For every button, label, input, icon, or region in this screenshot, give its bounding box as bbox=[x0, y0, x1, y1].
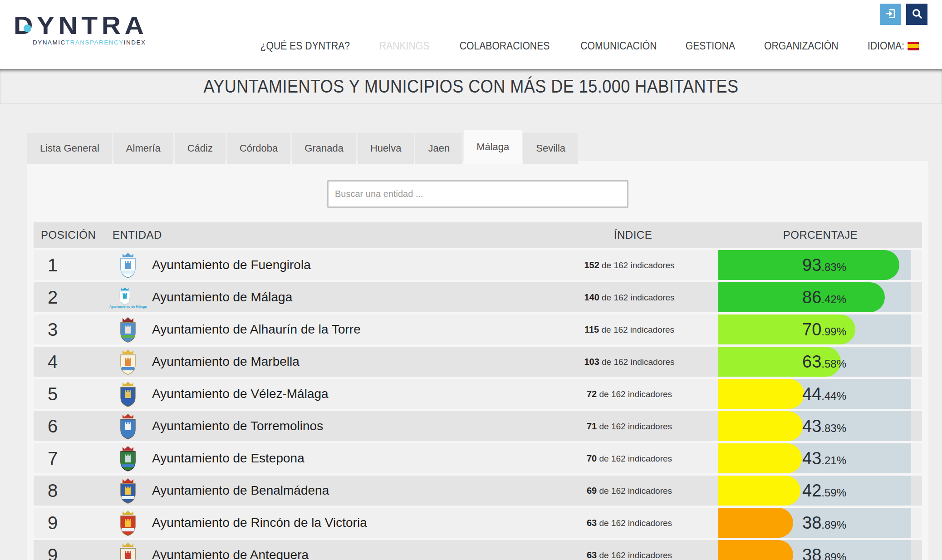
spain-flag-icon bbox=[908, 42, 919, 50]
indicators-count: 63 de 162 indicadores bbox=[552, 550, 718, 560]
logo-tagline: DYNAMICTRANSPARENCYINDEX bbox=[33, 39, 159, 46]
percentage-cell: 70.99% bbox=[718, 314, 922, 344]
nav-item-que-es-dyntra[interactable]: ¿QUÉ ES DYNTRA? bbox=[260, 40, 350, 52]
percentage-value: 43.21% bbox=[802, 443, 846, 473]
login-icon bbox=[885, 8, 897, 21]
table-row[interactable]: 6Ayuntamiento de Torremolinos71 de 162 i… bbox=[34, 411, 922, 441]
entity-coat-of-arms bbox=[118, 349, 138, 375]
percentage-value: 38.89% bbox=[802, 540, 846, 560]
search-icon bbox=[911, 8, 923, 21]
percentage-bar-track: 42.59% bbox=[718, 476, 911, 506]
percentage-bar-track: 63.58% bbox=[718, 347, 911, 377]
tab-malaga[interactable]: Málaga bbox=[464, 130, 522, 164]
coat-of-arms-icon bbox=[118, 287, 138, 305]
nav-item-comunicacion[interactable]: COMUNICACIÓN bbox=[580, 40, 657, 52]
table-row[interactable]: 1Ayuntamiento de Fuengirola152 de 162 in… bbox=[34, 250, 922, 280]
header-buttons bbox=[880, 4, 927, 25]
tab-cadiz[interactable]: Cádiz bbox=[175, 133, 226, 164]
entity-name-link[interactable]: Ayuntamiento de Rincón de la Victoria bbox=[152, 516, 552, 530]
coat-of-arms-icon bbox=[118, 477, 138, 504]
percentage-value: 44.44% bbox=[802, 379, 846, 409]
percentage-bar-fill bbox=[718, 411, 803, 441]
coat-of-arms-icon bbox=[118, 381, 138, 407]
percentage-bar-fill bbox=[718, 476, 800, 506]
nav-item-colaboraciones[interactable]: COLABORACIONES bbox=[459, 40, 550, 52]
percentage-bar-fill bbox=[718, 508, 793, 538]
indicators-count: 152 de 162 indicadores bbox=[552, 260, 718, 270]
entity-coat-of-arms bbox=[118, 316, 138, 343]
percentage-cell: 43.83% bbox=[718, 411, 922, 441]
tab-cordoba[interactable]: Córdoba bbox=[227, 133, 290, 164]
coat-of-arms-caption: Ayuntamiento de Málaga bbox=[108, 305, 147, 308]
percentage-value: 38.89% bbox=[802, 508, 846, 538]
ranking-table: POSICIÓN ENTIDAD ÍNDICE PORCENTAJE 1Ayun… bbox=[34, 222, 922, 560]
province-tabs: Lista GeneralAlmeríaCádizCórdobaGranadaH… bbox=[27, 130, 578, 164]
nav-item-rankings[interactable]: RANKINGS bbox=[379, 40, 430, 52]
search-button[interactable] bbox=[906, 4, 927, 25]
page-title: AYUNTAMIENTOS Y MUNICIPIOS CON MÁS DE 15… bbox=[203, 76, 738, 97]
table-row[interactable]: 4Ayuntamiento de Marbella103 de 162 indi… bbox=[34, 347, 922, 377]
position-value: 5 bbox=[34, 384, 72, 404]
dyntra-logo[interactable]: DYNTRA DYNAMICTRANSPARENCYINDEX bbox=[14, 13, 159, 46]
tab-jaen[interactable]: Jaen bbox=[415, 133, 462, 164]
percentage-bar-fill bbox=[718, 379, 804, 409]
entity-coat-of-arms bbox=[118, 381, 138, 407]
entity-coat-of-arms bbox=[118, 413, 138, 439]
entity-search-input[interactable] bbox=[327, 180, 628, 208]
entity-name-link[interactable]: Ayuntamiento de Marbella bbox=[152, 354, 552, 369]
table-row[interactable]: 2Ayuntamiento de MálagaAyuntamiento de M… bbox=[34, 282, 922, 312]
percentage-value: 43.83% bbox=[802, 411, 846, 441]
position-value: 8 bbox=[34, 481, 72, 501]
table-row[interactable]: 3Ayuntamiento de Alhaurín de la Torre115… bbox=[34, 314, 922, 344]
column-header-entidad: ENTIDAD bbox=[113, 222, 162, 248]
percentage-cell: 93.83% bbox=[718, 250, 922, 280]
entity-name-link[interactable]: Ayuntamiento de Antequera bbox=[152, 548, 552, 560]
nav-item-idioma[interactable]: IDIOMA: bbox=[868, 40, 919, 52]
table-row[interactable]: 5Ayuntamiento de Vélez-Málaga72 de 162 i… bbox=[34, 379, 922, 409]
percentage-cell: 38.89% bbox=[718, 540, 922, 560]
coat-of-arms-icon bbox=[118, 510, 138, 536]
login-button[interactable] bbox=[880, 4, 901, 25]
indicators-count: 72 de 162 indicadores bbox=[552, 389, 718, 399]
tab-almeria[interactable]: Almería bbox=[113, 133, 173, 164]
entity-name-link[interactable]: Ayuntamiento de Vélez-Málaga bbox=[152, 387, 552, 401]
percentage-cell: 43.21% bbox=[718, 443, 922, 473]
coat-of-arms-icon bbox=[118, 316, 138, 343]
table-row[interactable]: 8Ayuntamiento de Benalmádena69 de 162 in… bbox=[34, 476, 922, 506]
coat-of-arms-icon bbox=[118, 252, 138, 278]
site-header: DYNTRA DYNAMICTRANSPARENCYINDEX ¿QUÉ ES … bbox=[0, 0, 942, 69]
percentage-bar-track: 70.99% bbox=[718, 314, 911, 344]
table-row[interactable]: 7Ayuntamiento de Estepona70 de 162 indic… bbox=[34, 443, 922, 473]
percentage-bar-track: 38.89% bbox=[718, 508, 911, 538]
tab-granada[interactable]: Granada bbox=[292, 133, 356, 164]
indicators-count: 69 de 162 indicadores bbox=[552, 486, 718, 496]
entity-name-link[interactable]: Ayuntamiento de Benalmádena bbox=[152, 483, 552, 498]
nav-item-organizacion[interactable]: ORGANIZACIÓN bbox=[764, 40, 838, 52]
tab-sevilla[interactable]: Sevilla bbox=[523, 133, 578, 164]
entity-name-link[interactable]: Ayuntamiento de Málaga bbox=[152, 290, 552, 305]
entity-name-link[interactable]: Ayuntamiento de Estepona bbox=[152, 451, 552, 466]
percentage-value: 93.83% bbox=[802, 250, 846, 280]
table-row[interactable]: 9Ayuntamiento de Antequera63 de 162 indi… bbox=[34, 540, 922, 560]
percentage-cell: 63.58% bbox=[718, 347, 922, 377]
table-header: POSICIÓN ENTIDAD ÍNDICE PORCENTAJE bbox=[34, 222, 922, 248]
position-value: 9 bbox=[34, 513, 72, 533]
position-value: 9 bbox=[34, 545, 72, 560]
table-row[interactable]: 9Ayuntamiento de Rincón de la Victoria63… bbox=[34, 508, 922, 538]
indicators-count: 140 de 162 indicadores bbox=[552, 292, 718, 303]
entity-name-link[interactable]: Ayuntamiento de Fuengirola bbox=[152, 258, 552, 272]
percentage-cell: 42.59% bbox=[718, 476, 922, 506]
percentage-bar-track: 38.89% bbox=[718, 540, 911, 560]
indicators-count: 115 de 162 indicadores bbox=[552, 324, 718, 335]
coat-of-arms-icon bbox=[118, 413, 138, 439]
tab-lista-general[interactable]: Lista General bbox=[27, 133, 112, 164]
coat-of-arms-icon bbox=[118, 349, 138, 375]
indicators-count: 70 de 162 indicadores bbox=[552, 453, 718, 464]
entity-name-link[interactable]: Ayuntamiento de Alhaurín de la Torre bbox=[152, 322, 552, 337]
percentage-bar-track: 43.83% bbox=[718, 411, 911, 441]
percentage-bar-track: 44.44% bbox=[718, 379, 911, 409]
entity-name-link[interactable]: Ayuntamiento de Torremolinos bbox=[152, 419, 552, 433]
ranking-panel: POSICIÓN ENTIDAD ÍNDICE PORCENTAJE 1Ayun… bbox=[27, 161, 928, 560]
tab-huelva[interactable]: Huelva bbox=[358, 133, 414, 164]
nav-item-gestiona[interactable]: GESTIONA bbox=[686, 40, 735, 52]
